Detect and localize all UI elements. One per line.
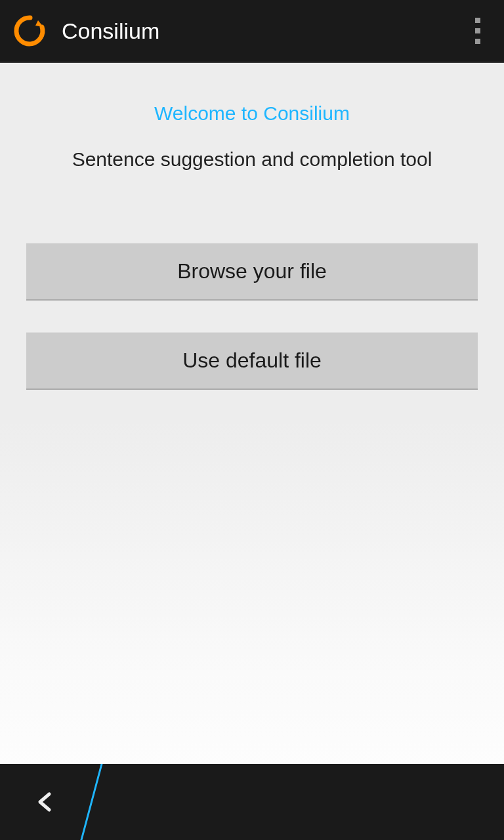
action-bar: Consilium bbox=[0, 0, 504, 63]
welcome-title: Welcome to Consilium bbox=[154, 102, 350, 125]
app-logo-icon bbox=[13, 14, 47, 48]
overflow-menu-icon[interactable] bbox=[465, 11, 491, 51]
use-default-file-button[interactable]: Use default file bbox=[26, 332, 478, 390]
app-title: Consilium bbox=[62, 18, 465, 44]
main-content: Welcome to Consilium Sentence suggestion… bbox=[0, 63, 504, 764]
chevron-left-icon bbox=[32, 789, 58, 815]
subtitle: Sentence suggestion and completion tool bbox=[72, 148, 432, 171]
back-button[interactable] bbox=[0, 764, 91, 840]
browse-file-button[interactable]: Browse your file bbox=[26, 243, 478, 301]
navigation-bar bbox=[0, 764, 504, 840]
